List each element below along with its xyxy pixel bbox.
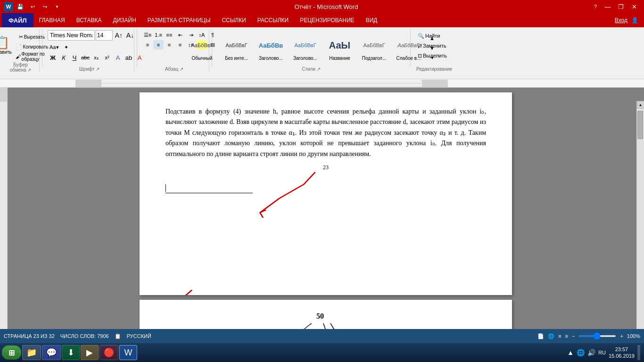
scroll-up-btn[interactable]: ▲: [637, 101, 644, 108]
find-button[interactable]: 🔍 Найти: [416, 31, 453, 41]
menu-design[interactable]: ДИЗАЙН: [107, 13, 142, 27]
menu-file[interactable]: ФАЙЛ: [2, 13, 33, 27]
clear-format-btn[interactable]: ✦: [61, 42, 72, 52]
show-desktop-btn[interactable]: [637, 345, 640, 360]
undo-quick-btn[interactable]: ↩: [27, 1, 38, 12]
menu-mailings[interactable]: РАССЫЛКИ: [252, 13, 294, 27]
scroll-track[interactable]: [637, 108, 644, 362]
customize-quick-btn[interactable]: ▼: [52, 1, 62, 12]
view-outline-btn[interactable]: ≡: [558, 333, 561, 339]
save-quick-btn[interactable]: 💾: [15, 1, 25, 12]
menu-insert[interactable]: ВСТАВКА: [71, 13, 107, 27]
menu-view[interactable]: ВИД: [360, 13, 383, 27]
style-title[interactable]: АаЫ Название: [323, 32, 357, 64]
replace-button[interactable]: ⇄ Заменить: [416, 41, 453, 50]
clock-time: 23:57: [609, 346, 635, 353]
paste-button[interactable]: 📋 Вставить: [0, 30, 13, 60]
style-h2[interactable]: АаБбВвГ Заголово...: [289, 32, 322, 64]
taskbar-chrome-btn[interactable]: 🔴: [99, 345, 118, 360]
start-button[interactable]: ⊞: [2, 346, 21, 360]
taskbar-media-btn[interactable]: ▶: [81, 345, 99, 360]
style-title-label: Название: [329, 56, 350, 61]
clipboard-label: Буфер обмена ↗: [5, 62, 36, 73]
style-normal[interactable]: АаБбВвГ Обычный: [185, 32, 219, 64]
menu-refs[interactable]: ССЫЛКИ: [216, 13, 251, 27]
tray-expand-icon[interactable]: ▲: [567, 349, 574, 356]
clipboard-expand-icon[interactable]: ↗: [27, 67, 31, 73]
restore-btn[interactable]: ❐: [615, 2, 627, 11]
bold-btn[interactable]: Ж: [48, 53, 58, 62]
font-size-input[interactable]: [96, 30, 113, 41]
tray-network-icon[interactable]: 🌐: [577, 349, 585, 356]
menu-layout[interactable]: РАЗМЕТКА СТРАНИЦЫ: [142, 13, 216, 27]
title-text: Отчёт - Microsoft Word: [62, 3, 590, 10]
view-web-btn[interactable]: 🌐: [548, 333, 554, 339]
doc-check-icon[interactable]: 📋: [115, 333, 121, 339]
status-right: 📄 🌐 ≡ ≡ − + 100%: [537, 333, 640, 339]
font-name-input[interactable]: [48, 30, 95, 41]
style-no-spacing-preview: АаБбВвГ: [221, 35, 253, 56]
page-info: СТРАНИЦА 23 ИЗ 32: [4, 333, 55, 339]
taskbar-explorer-btn[interactable]: 📁: [22, 345, 41, 360]
taskbar-discord-btn[interactable]: 💬: [42, 345, 61, 360]
redo-quick-btn[interactable]: ↪: [40, 1, 50, 12]
change-case-btn[interactable]: Аа▾: [48, 42, 61, 52]
style-subtitle[interactable]: АаБбВвГ Подзагол...: [357, 32, 391, 64]
scissors-icon: ✂: [19, 34, 23, 40]
decrease-indent-btn[interactable]: ⇤: [175, 30, 185, 40]
binoculars-icon: 🔍: [418, 33, 424, 39]
document-area[interactable]: Подставив в формулу (4) значение h, равн…: [8, 88, 644, 348]
help-btn[interactable]: ?: [590, 1, 601, 12]
font-label: Шрифт ↗: [79, 66, 100, 72]
style-h1-preview: АаБбВв: [255, 35, 287, 56]
menu-review[interactable]: РЕЦЕНЗИРОВАНИЕ: [294, 13, 360, 27]
zoom-out-btn[interactable]: −: [572, 333, 575, 339]
taskbar-word-btn[interactable]: W: [119, 345, 137, 360]
sep2: [137, 29, 137, 67]
bullets-btn[interactable]: ☰≡: [142, 30, 153, 40]
taskbar-dl-btn[interactable]: ⬇: [62, 345, 80, 360]
align-left-btn[interactable]: ≡: [142, 40, 153, 49]
style-subtitle-label: Подзагол...: [362, 56, 386, 61]
superscript-btn[interactable]: x²: [102, 53, 112, 62]
justify-btn[interactable]: ≡: [175, 40, 185, 49]
clipboard-inner: 📋 Вставить ✂ Вырезать 📄 Копировать 🖌 Фор…: [0, 29, 50, 61]
taskbar-clock[interactable]: 23:57 15.06.2019: [609, 346, 635, 360]
close-btn[interactable]: ✕: [628, 2, 640, 11]
zoom-slider[interactable]: [578, 335, 616, 337]
login-label[interactable]: Вход: [615, 17, 627, 24]
view-print-btn[interactable]: 📄: [537, 333, 544, 339]
replace-icon: ⇄: [418, 43, 422, 49]
align-right-btn[interactable]: ≡: [164, 40, 174, 49]
increase-font-btn[interactable]: A↑: [114, 31, 124, 40]
para-expand-icon[interactable]: ↗: [180, 66, 183, 72]
highlight-btn[interactable]: ab: [124, 53, 134, 62]
text-cursor: [165, 184, 166, 192]
styles-expand-icon[interactable]: ↗: [317, 66, 321, 72]
multilevel-btn[interactable]: ≡≡: [164, 30, 174, 40]
select-icon: ⊡: [418, 53, 422, 59]
menu-home[interactable]: ГЛАВНАЯ: [33, 13, 71, 27]
scroll-thumb[interactable]: [637, 111, 643, 139]
strikethrough-btn[interactable]: abc: [80, 53, 91, 62]
clipboard-group: 📋 Вставить ✂ Вырезать 📄 Копировать 🖌 Фор…: [2, 29, 40, 72]
tray-lang[interactable]: RU: [598, 350, 606, 355]
minimize-btn[interactable]: —: [602, 2, 614, 11]
text-effects-btn[interactable]: A: [113, 53, 123, 62]
decrease-font-btn[interactable]: A↓: [125, 31, 135, 40]
style-no-spacing[interactable]: АаБбВвГ Без инте...: [220, 32, 254, 64]
tray-volume-icon[interactable]: 🔊: [587, 349, 595, 356]
page-text: Подставив в формулу (4) значение h, равн…: [165, 107, 486, 159]
view-draft-btn[interactable]: ≡: [565, 333, 568, 339]
font-expand-icon[interactable]: ↗: [96, 66, 99, 72]
select-button[interactable]: ⊡ Выделить: [416, 51, 453, 60]
styles-group: АаБбВвГ Обычный АаБбВвГ Без инте... АаБб…: [215, 29, 408, 72]
align-center-btn[interactable]: ≡: [153, 40, 164, 49]
numbering-btn[interactable]: 1.≡: [153, 30, 164, 40]
underline-btn[interactable]: Ч: [69, 53, 80, 62]
style-h1[interactable]: АаБбВв Заголово...: [254, 32, 288, 64]
subscript-btn[interactable]: x₂: [91, 53, 101, 62]
language[interactable]: РУССКИЙ: [127, 333, 151, 339]
italic-btn[interactable]: К: [58, 53, 69, 62]
zoom-in-btn[interactable]: +: [620, 333, 623, 339]
